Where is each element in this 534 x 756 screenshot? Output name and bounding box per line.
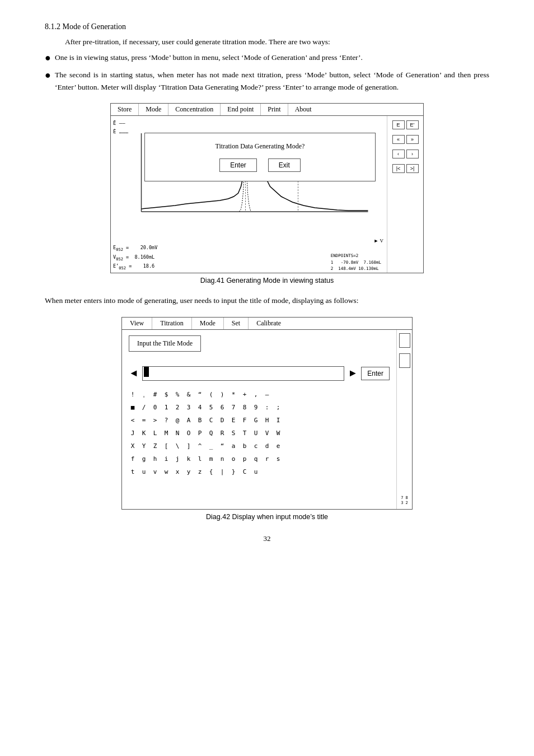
key-z[interactable]: Z <box>151 440 159 452</box>
sidebar-next-fast-btn[interactable]: » <box>406 135 419 144</box>
menu-mode[interactable]: Mode <box>139 104 168 115</box>
key-p[interactable]: P <box>196 427 204 440</box>
key-i[interactable]: I <box>274 414 282 427</box>
key-rbracket[interactable]: ] <box>185 440 193 452</box>
key-question[interactable]: ? <box>162 414 170 427</box>
key-pipe[interactable]: | <box>218 466 226 478</box>
key-5[interactable]: 5 <box>207 402 215 414</box>
key-rparen[interactable]: ) <box>218 389 226 401</box>
sidebar2-btn-2[interactable] <box>399 353 410 368</box>
key-dquote[interactable]: ˌ <box>140 389 148 401</box>
key-colon[interactable]: : <box>263 402 271 414</box>
key-s[interactable]: S <box>229 427 237 440</box>
key-backslash[interactable]: \ <box>174 440 181 452</box>
key-lparen[interactable]: ( <box>207 389 215 401</box>
key-l[interactable]: L <box>151 427 159 440</box>
key-9[interactable]: 9 <box>252 402 260 414</box>
key-caret[interactable]: ^ <box>196 440 204 452</box>
key-r[interactable]: R <box>218 427 226 440</box>
key-lk[interactable]: k <box>185 453 193 465</box>
key-k[interactable]: K <box>140 427 148 440</box>
key-h[interactable]: H <box>263 414 271 427</box>
key-eq[interactable]: = <box>140 414 148 427</box>
modal-exit-btn[interactable]: Exit <box>268 158 301 172</box>
menu2-set[interactable]: Set <box>224 318 249 329</box>
text-input-field[interactable] <box>142 366 345 381</box>
sidebar2-btn-1[interactable] <box>399 333 410 348</box>
key-backtick[interactable]: “ <box>218 440 226 452</box>
key-star[interactable]: * <box>229 389 237 401</box>
key-comma[interactable]: , <box>252 389 260 401</box>
key-lo[interactable]: o <box>229 453 237 465</box>
menu2-calibrate[interactable]: Calibrate <box>249 318 289 329</box>
key-3[interactable]: 3 <box>185 402 193 414</box>
key-ln[interactable]: n <box>218 453 226 465</box>
key-percent[interactable]: % <box>174 389 181 401</box>
key-lx[interactable]: x <box>174 466 181 478</box>
key-la[interactable]: a <box>229 440 237 452</box>
menu2-mode[interactable]: Mode <box>192 318 224 329</box>
key-le[interactable]: e <box>274 440 282 452</box>
key-o[interactable]: O <box>185 427 193 440</box>
key-ldquote[interactable]: “ <box>196 389 204 401</box>
key-7[interactable]: 7 <box>229 402 237 414</box>
key-lw[interactable]: w <box>162 466 170 478</box>
key-plus[interactable]: + <box>241 389 249 401</box>
key-lf[interactable]: f <box>129 453 137 465</box>
menu2-titration[interactable]: Titration <box>152 318 192 329</box>
key-uu[interactable]: u <box>252 466 260 478</box>
key-gt[interactable]: > <box>151 414 159 427</box>
modal-enter-btn[interactable]: Enter <box>219 158 257 172</box>
sidebar-eprime-btn[interactable]: E’ <box>406 120 419 129</box>
key-n[interactable]: N <box>174 427 181 440</box>
key-cu[interactable]: C <box>241 466 249 478</box>
key-lu[interactable]: u <box>140 466 148 478</box>
key-lbracket[interactable]: [ <box>162 440 170 452</box>
menu-print[interactable]: Print <box>261 104 288 115</box>
key-lt[interactable]: < <box>129 414 137 427</box>
key-block[interactable]: ■ <box>129 402 137 414</box>
key-lr[interactable]: r <box>263 453 271 465</box>
key-4[interactable]: 4 <box>196 402 204 414</box>
key-lz[interactable]: z <box>196 466 204 478</box>
key-underscore[interactable]: _ <box>207 440 215 452</box>
key-0[interactable]: 0 <box>151 402 159 414</box>
key-ll[interactable]: l <box>196 453 204 465</box>
sidebar-prev-fast-btn[interactable]: « <box>392 135 405 144</box>
key-hash[interactable]: # <box>151 389 159 401</box>
key-ly[interactable]: y <box>185 466 193 478</box>
sidebar-first-btn[interactable]: |< <box>392 164 405 173</box>
key-v[interactable]: V <box>263 427 271 440</box>
key-f[interactable]: F <box>241 414 249 427</box>
key-1[interactable]: 1 <box>162 402 170 414</box>
key-lh[interactable]: h <box>151 453 159 465</box>
key-at[interactable]: @ <box>174 414 181 427</box>
key-ls[interactable]: s <box>274 453 282 465</box>
sidebar-e-btn[interactable]: E <box>392 120 405 129</box>
key-a[interactable]: A <box>185 414 193 427</box>
key-m[interactable]: M <box>162 427 170 440</box>
enter-button-42[interactable]: Enter <box>361 367 390 380</box>
key-8[interactable]: 8 <box>241 402 249 414</box>
key-x[interactable]: X <box>129 440 137 452</box>
key-t[interactable]: T <box>241 427 249 440</box>
key-lt2[interactable]: t <box>129 466 137 478</box>
key-lc[interactable]: c <box>252 440 260 452</box>
menu-concentration[interactable]: Concentration <box>168 104 221 115</box>
key-g[interactable]: G <box>252 414 260 427</box>
key-d[interactable]: D <box>218 414 226 427</box>
sidebar-last-btn[interactable]: >| <box>406 164 419 173</box>
key-lcurly[interactable]: { <box>207 466 215 478</box>
key-dash[interactable]: – <box>263 389 271 401</box>
key-lv[interactable]: v <box>151 466 159 478</box>
sidebar-prev-btn[interactable]: ‹ <box>392 150 405 158</box>
key-w[interactable]: W <box>274 427 282 440</box>
key-lp[interactable]: p <box>241 453 249 465</box>
key-dollar[interactable]: $ <box>162 389 170 401</box>
key-lj[interactable]: j <box>174 453 181 465</box>
key-amp[interactable]: & <box>185 389 193 401</box>
key-e[interactable]: E <box>229 414 237 427</box>
key-b[interactable]: B <box>196 414 204 427</box>
key-j[interactable]: J <box>129 427 137 440</box>
key-lg[interactable]: g <box>140 453 148 465</box>
